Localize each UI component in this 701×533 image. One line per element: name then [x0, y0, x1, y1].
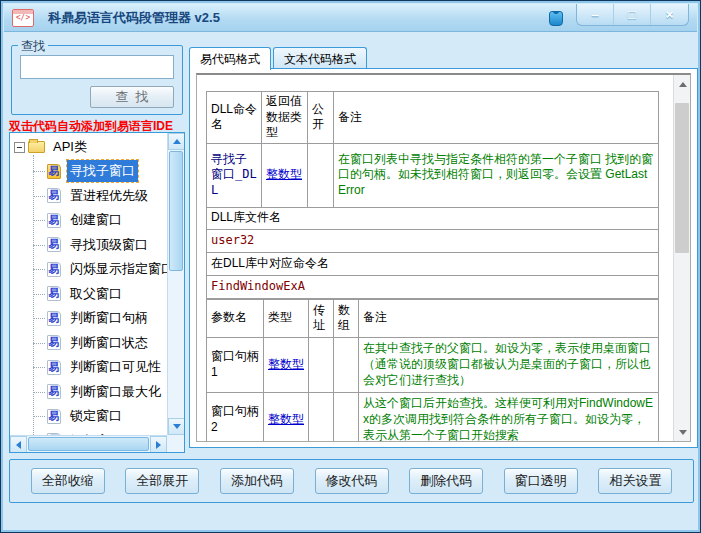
param-remark-cell: 从这个窗口后开始查找。这样便可利用对FindWindowEx的多次调用找到符合条… — [359, 392, 659, 441]
param-row: 窗口句柄2 整数型 从这个窗口后开始查找。这样便可利用对FindWindowEx… — [207, 392, 659, 441]
collapse-all-button[interactable]: 全部收缩 — [31, 468, 105, 494]
return-type-cell: 整数型 — [262, 143, 308, 207]
elang-icon: 易 — [47, 360, 61, 375]
detail-tabpage: DLL命令名 返回值数据类型 公开 备注 寻找子窗口_DLL 整数型 在窗口列表… — [189, 68, 698, 448]
elang-icon: 易 — [47, 164, 61, 179]
tree-horizontal-scrollbar[interactable] — [10, 435, 167, 452]
title-bar: </> 科鼎易语言代码段管理器 v2.5 – □ × — [4, 4, 697, 32]
detail-vscroll-thumb[interactable] — [675, 103, 689, 253]
modify-code-button[interactable]: 修改代码 — [315, 468, 389, 494]
dll-command-value: FindWindowExA — [207, 275, 659, 298]
col-param-remark: 备注 — [359, 299, 659, 337]
search-group-label: 查找 — [18, 38, 48, 55]
col-dll-command-name: DLL命令名 — [207, 92, 262, 144]
col-return-type: 返回值数据类型 — [262, 92, 308, 144]
search-button[interactable]: 查 找 — [90, 86, 174, 108]
elang-icon: 易 — [47, 409, 61, 424]
elang-icon: 易 — [47, 188, 61, 203]
window-title: 科鼎易语言代码段管理器 v2.5 — [48, 9, 220, 27]
elang-icon: 易 — [47, 335, 61, 350]
tree-hscroll-thumb[interactable] — [28, 437, 149, 451]
minimize-button[interactable]: – — [577, 4, 614, 25]
shirt-icon — [549, 11, 563, 26]
tab-elang-format[interactable]: 易代码格式 — [189, 47, 271, 70]
app-icon: </> — [12, 9, 34, 27]
dll-file-value: user32 — [207, 229, 659, 252]
tab-text-format[interactable]: 文本代码格式 — [273, 47, 367, 69]
close-button[interactable]: × — [651, 4, 688, 25]
dll-file-label: DLL库文件名 — [207, 207, 659, 229]
public-cell — [308, 143, 334, 207]
tree-children: 易 寻找子窗口 易 置进程优先级 易 创建窗口 易 寻找顶级窗口 易 闪烁显 — [33, 159, 167, 435]
collapse-icon[interactable] — [14, 142, 25, 153]
command-remark-cell: 在窗口列表中寻找与指定条件相符的第一个子窗口 找到的窗口的句柄。如未找到相符窗口… — [334, 143, 659, 207]
scroll-left-icon[interactable] — [10, 436, 27, 453]
maximize-button[interactable]: □ — [614, 4, 651, 25]
tree-item-check-window-handle[interactable]: 易 判断窗口句柄 — [33, 306, 167, 331]
dll-command-label: 在DLL库中对应命令名 — [207, 252, 659, 275]
param-remark-cell: 在其中查找子的父窗口。如设为零，表示使用桌面窗口（通常说的顶级窗口都被认为是桌面… — [359, 337, 659, 392]
tree-item-create-window[interactable]: 易 创建窗口 — [33, 208, 167, 233]
param-type-link[interactable]: 整数型 — [268, 412, 304, 426]
param-array-cell — [334, 337, 359, 392]
elang-icon: 易 — [47, 384, 61, 399]
return-type-link[interactable]: 整数型 — [266, 167, 302, 181]
footer-button-group: 全部收缩 全部展开 添加代码 修改代码 删除代码 窗口透明 相关设置 — [9, 459, 694, 503]
command-name-cell: 寻找子窗口_DLL — [207, 143, 262, 207]
scroll-down-icon[interactable] — [168, 418, 185, 435]
window-controls: – □ × — [576, 4, 689, 26]
elang-icon: 易 — [47, 237, 61, 252]
delete-code-button[interactable]: 删除代码 — [409, 468, 483, 494]
param-array-cell — [334, 392, 359, 441]
param-name-cell: 窗口句柄1 — [207, 337, 264, 392]
window-transparency-button[interactable]: 窗口透明 — [504, 468, 578, 494]
col-param-name: 参数名 — [207, 299, 264, 337]
tree-vertical-scrollbar[interactable] — [167, 133, 184, 435]
skin-button[interactable] — [545, 8, 567, 28]
param-table: 参数名 类型 传址 数组 备注 窗口句柄1 整数型 在其中查找子的父窗口。如设为… — [206, 299, 659, 441]
param-table-header: 参数名 类型 传址 数组 备注 — [207, 299, 659, 337]
col-array: 数组 — [334, 299, 359, 337]
tree-item-check-window-visible[interactable]: 易 判断窗口可见性 — [33, 355, 167, 380]
tree-item-find-top-window[interactable]: 易 寻找顶级窗口 — [33, 233, 167, 258]
col-byref: 传址 — [309, 299, 334, 337]
param-row: 窗口句柄1 整数型 在其中查找子的父窗口。如设为零，表示使用桌面窗口（通常说的顶… — [207, 337, 659, 392]
scroll-up-icon[interactable] — [168, 133, 185, 150]
tree-item-find-child-window[interactable]: 易 寻找子窗口 — [33, 159, 167, 184]
tree-item-check-window-maximized[interactable]: 易 判断窗口最大化 — [33, 380, 167, 405]
scroll-right-icon[interactable] — [150, 436, 167, 453]
tree-item-lock-window[interactable]: 易 锁定窗口 — [33, 404, 167, 429]
param-byref-cell — [309, 337, 334, 392]
tree-content: API类 易 寻找子窗口 易 置进程优先级 易 创建窗口 易 寻找顶级窗口 — [12, 135, 167, 435]
tree-root-api[interactable]: API类 — [12, 135, 167, 159]
elang-icon: 易 — [47, 262, 61, 277]
format-tabstrip: 易代码格式 文本代码格式 — [189, 47, 369, 69]
detail-view: DLL命令名 返回值数据类型 公开 备注 寻找子窗口_DLL 整数型 在窗口列表… — [196, 73, 691, 442]
param-type-link[interactable]: 整数型 — [268, 357, 304, 371]
tree-vscroll-thumb[interactable] — [169, 151, 183, 271]
app-window: </> 科鼎易语言代码段管理器 v2.5 – □ × 查找 查 找 双击代码自动… — [0, 0, 701, 533]
code-tree[interactable]: API类 易 寻找子窗口 易 置进程优先级 易 创建窗口 易 寻找顶级窗口 — [9, 132, 185, 453]
search-groupbox: 查找 查 找 — [11, 45, 183, 115]
col-public: 公开 — [308, 92, 334, 144]
detail-scroll-down-icon[interactable] — [674, 423, 691, 441]
param-type-cell: 整数型 — [264, 392, 309, 441]
tree-item-set-process-priority[interactable]: 易 置进程优先级 — [33, 184, 167, 209]
settings-button[interactable]: 相关设置 — [598, 468, 672, 494]
col-remark: 备注 — [334, 92, 659, 144]
tree-root-label: API类 — [50, 136, 90, 158]
param-byref-cell — [309, 392, 334, 441]
tree-item-flash-window[interactable]: 易 闪烁显示指定窗口 — [33, 257, 167, 282]
tree-item-get-parent-window[interactable]: 易 取父窗口 — [33, 282, 167, 307]
command-row: 寻找子窗口_DLL 整数型 在窗口列表中寻找与指定条件相符的第一个子窗口 找到的… — [207, 143, 659, 207]
param-name-cell: 窗口句柄2 — [207, 392, 264, 441]
expand-all-button[interactable]: 全部展开 — [125, 468, 199, 494]
add-code-button[interactable]: 添加代码 — [220, 468, 294, 494]
param-type-cell: 整数型 — [264, 337, 309, 392]
command-table: DLL命令名 返回值数据类型 公开 备注 寻找子窗口_DLL 整数型 在窗口列表… — [206, 91, 659, 299]
detail-vertical-scrollbar[interactable] — [673, 75, 690, 441]
tree-item-check-window-state[interactable]: 易 判断窗口状态 — [33, 331, 167, 356]
search-input[interactable] — [20, 55, 174, 79]
command-table-header: DLL命令名 返回值数据类型 公开 备注 — [207, 92, 659, 144]
detail-scroll-up-icon[interactable] — [674, 75, 691, 93]
